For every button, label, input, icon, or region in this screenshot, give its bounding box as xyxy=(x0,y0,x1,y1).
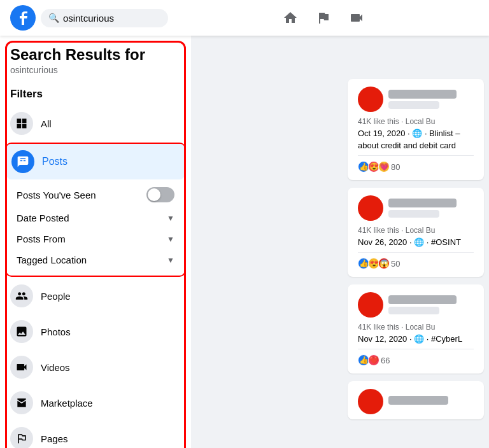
left-sidebar: Search Results for osintcurious Filters … xyxy=(0,36,191,448)
tagged-location-label: Tagged Location xyxy=(17,255,167,265)
post-meta-sub xyxy=(388,101,439,109)
search-results-title: Search Results for xyxy=(5,46,186,65)
right-content: 41K like this · Local Bu Oct 19, 2020 · … xyxy=(191,36,489,448)
facebook-logo-icon[interactable] xyxy=(10,5,36,31)
video-nav-icon[interactable] xyxy=(343,4,371,32)
sub-filter-posts-from[interactable]: Posts From ▼ xyxy=(11,228,180,249)
date-posted-label: Date Posted xyxy=(17,213,167,223)
posts-filter-section: Posts Posts You've Seen Date Posted ▼ xyxy=(5,143,186,277)
post-meta-name xyxy=(388,90,457,99)
post-date: Nov 12, 2020 · 🌐 · #CyberL xyxy=(358,334,474,344)
filter-all-label: All xyxy=(41,118,181,129)
post-meta-name xyxy=(388,396,448,405)
post-avatar xyxy=(358,389,383,414)
post-like-meta: 41K like this · Local Bu xyxy=(358,323,474,332)
posts-from-chevron-icon: ▼ xyxy=(167,235,174,244)
filter-people[interactable]: People xyxy=(5,278,186,314)
post-avatar xyxy=(358,87,383,112)
post-top xyxy=(358,87,474,112)
filter-photos[interactable]: Photos xyxy=(5,314,186,349)
posts-submenu: Posts You've Seen Date Posted ▼ Posts Fr… xyxy=(6,179,185,276)
sub-filter-posts-seen[interactable]: Posts You've Seen xyxy=(11,182,180,207)
top-navigation: 🔍 osintcurious xyxy=(0,0,489,36)
post-card: 41K like this · Local Bu Nov 26, 2020 · … xyxy=(348,188,484,277)
like-emojis: 👍 😍 💗 xyxy=(358,161,388,172)
filter-marketplace-label: Marketplace xyxy=(41,398,181,409)
main-layout: Search Results for osintcurious Filters … xyxy=(0,36,489,448)
post-meta-sub xyxy=(388,307,439,314)
post-top xyxy=(358,292,474,318)
wow-emoji: 💗 xyxy=(378,161,390,172)
date-posted-chevron-icon: ▼ xyxy=(167,214,174,223)
posts-seen-toggle[interactable] xyxy=(146,187,174,202)
post-top xyxy=(358,389,474,414)
posts-from-label: Posts From xyxy=(17,234,167,244)
post-card xyxy=(348,381,484,419)
angry-emoji: 😱 xyxy=(378,258,390,269)
post-card: 41K like this · Local Bu Nov 12, 2020 · … xyxy=(348,284,484,374)
flag-nav-icon[interactable] xyxy=(309,4,337,32)
marketplace-icon xyxy=(10,391,33,414)
photos-icon xyxy=(10,320,33,343)
post-date: Nov 26, 2020 · 🌐 · #OSINT xyxy=(358,237,474,247)
post-like-meta: 41K like this · Local Bu xyxy=(358,117,474,126)
post-avatar xyxy=(358,292,383,318)
sub-filter-tagged-location[interactable]: Tagged Location ▼ xyxy=(11,249,180,270)
filter-marketplace[interactable]: Marketplace xyxy=(5,385,186,421)
filter-pages[interactable]: Pages xyxy=(5,421,186,448)
tagged-location-chevron-icon: ▼ xyxy=(167,256,174,265)
post-meta-bar xyxy=(388,295,474,314)
post-likes: 👍 😍 💗 80 xyxy=(358,155,474,172)
post-like-meta: 41K like this · Local Bu xyxy=(358,226,474,235)
post-card: 41K like this · Local Bu Oct 19, 2020 · … xyxy=(348,79,484,180)
like-count: 80 xyxy=(391,162,400,172)
post-top xyxy=(358,195,474,221)
toggle-knob xyxy=(148,188,160,201)
post-meta-name xyxy=(388,295,457,304)
filter-videos[interactable]: Videos xyxy=(5,349,186,385)
post-likes: 👍 😍 😱 50 xyxy=(358,252,474,269)
people-icon xyxy=(10,284,33,307)
filter-people-label: People xyxy=(41,291,181,302)
post-meta-sub xyxy=(388,210,439,218)
filter-all[interactable]: All xyxy=(5,106,186,141)
post-date: Oct 19, 2020 · 🌐 · Blinlist – xyxy=(358,129,474,138)
search-query: osintcurious xyxy=(5,65,186,83)
posts-seen-label: Posts You've Seen xyxy=(17,190,146,200)
heart-emoji: ❤️ xyxy=(368,354,379,366)
filter-posts[interactable]: Posts xyxy=(6,144,185,179)
posts-icon xyxy=(11,150,34,173)
home-nav-icon[interactable] xyxy=(276,4,304,32)
like-count: 50 xyxy=(391,259,400,269)
sub-filter-date-posted[interactable]: Date Posted ▼ xyxy=(11,207,180,228)
like-emojis: 👍 ❤️ xyxy=(358,354,378,366)
post-meta-bar xyxy=(388,396,474,407)
post-meta-bar xyxy=(388,199,474,218)
like-emojis: 👍 😍 😱 xyxy=(358,258,388,269)
filter-photos-label: Photos xyxy=(41,326,181,337)
post-desc: about credit and debit card xyxy=(358,141,474,150)
filter-posts-label: Posts xyxy=(42,156,180,167)
filter-pages-label: Pages xyxy=(41,433,181,444)
post-meta-bar xyxy=(388,90,474,109)
search-input[interactable]: osintcurious xyxy=(63,13,152,24)
post-avatar xyxy=(358,195,383,221)
post-likes: 👍 ❤️ 66 xyxy=(358,349,474,366)
pages-icon xyxy=(10,427,33,448)
videos-icon xyxy=(10,356,33,379)
search-icon: 🔍 xyxy=(48,13,59,23)
filter-videos-label: Videos xyxy=(41,362,181,373)
nav-center xyxy=(168,4,479,32)
all-icon xyxy=(10,112,33,135)
like-count: 66 xyxy=(381,356,390,365)
post-meta-name xyxy=(388,199,457,207)
filters-label: Filters xyxy=(5,83,186,106)
posts-feed: 41K like this · Local Bu Oct 19, 2020 · … xyxy=(343,71,489,448)
search-bar[interactable]: 🔍 osintcurious xyxy=(41,9,168,27)
